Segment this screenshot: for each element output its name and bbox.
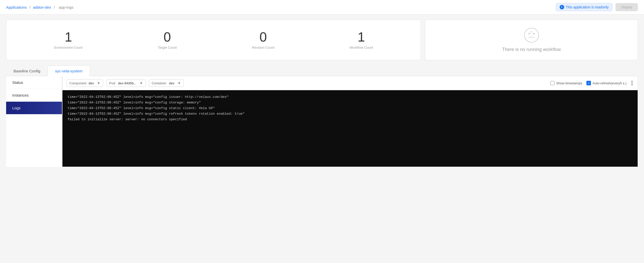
svg-point-2 (533, 33, 535, 34)
pod-label: Pod: (109, 81, 116, 85)
component-dropdown[interactable]: Component dex ▼ (67, 79, 103, 87)
sidebar: Status Instances Logs (6, 76, 62, 167)
auto-refresh-checkbox[interactable]: ✓ (586, 81, 591, 85)
show-timestamps-group[interactable]: Show timestamps (550, 81, 582, 85)
stat-target: 0 Target Count (158, 30, 177, 49)
breadcrumb-app-logs: app-logs (59, 5, 74, 9)
sidebar-item-instances[interactable]: Instances (6, 89, 62, 102)
terminal-line-2: time="2022-04-13T02:08:45Z" level=info m… (68, 106, 633, 111)
readonly-text: This application is readonly (566, 5, 609, 9)
stat-target-value: 0 (158, 30, 177, 44)
terminal-line-1: time="2022-04-13T02:08:45Z" level=info m… (68, 100, 633, 106)
terminal-line-0: time="2022-04-13T02:08:45Z" level=info m… (68, 94, 633, 100)
show-timestamps-label: Show timestamps (556, 81, 582, 85)
pod-dropdown[interactable]: Pod: dex-84d5b... ▼ (106, 79, 146, 87)
component-label: Component (69, 81, 86, 85)
stat-revision-label: Revision Count (252, 46, 274, 49)
sidebar-item-status[interactable]: Status (6, 76, 62, 89)
breadcrumb-sep-1: / (29, 5, 31, 9)
workflow-card: There is no running workflow (425, 20, 638, 60)
terminal-line-4: failed to initialize server: server: no … (68, 117, 633, 122)
header-right: i This application is readonly Deploy (556, 3, 638, 11)
stat-workflow-value: 1 (350, 30, 373, 44)
main: 1 Environment Count 0 Target Count 0 Rev… (0, 15, 644, 172)
info-icon: i (560, 5, 564, 9)
stat-environment-value: 1 (54, 30, 82, 44)
component-value: dex (88, 81, 94, 85)
stat-revision-value: 0 (252, 30, 274, 44)
container-arrow-icon: ▼ (177, 81, 181, 85)
deploy-button[interactable]: Deploy (615, 3, 638, 11)
stat-workflow-label: Workflow Count (350, 46, 373, 49)
stat-revision: 0 Revision Count (252, 30, 274, 49)
component-arrow-icon: ▼ (97, 81, 100, 85)
stats-card: 1 Environment Count 0 Target Count 0 Rev… (6, 20, 421, 60)
show-timestamps-checkbox[interactable] (550, 81, 555, 85)
container-dropdown[interactable]: Container: dex ▼ (149, 79, 184, 87)
container-label: Container: (152, 81, 167, 85)
breadcrumb-applications[interactable]: Applications (6, 5, 27, 9)
pod-arrow-icon: ▼ (139, 81, 143, 85)
breadcrumb: Applications / addon-dex / app-logs (6, 5, 75, 9)
auto-refresh-label: Auto-refresh(every5 s.) (593, 81, 626, 85)
container-value: dex (169, 81, 174, 85)
pod-value: dex-84d5b... (118, 81, 136, 85)
content-area: Status Instances Logs Component dex ▼ Po… (6, 76, 638, 167)
tabs-bar: Baseline Config syc-vela-system (6, 65, 638, 76)
stat-target-label: Target Count (158, 46, 177, 49)
terminal-line-3: time="2022-04-13T02:08:45Z" level=info m… (68, 111, 633, 117)
header: Applications / addon-dex / app-logs i Th… (0, 0, 644, 15)
tab-baseline[interactable]: Baseline Config (6, 65, 48, 76)
breadcrumb-sep-2: / (54, 5, 56, 9)
logs-toolbar: Component dex ▼ Pod: dex-84d5b... ▼ Cont… (62, 76, 638, 90)
stat-environment-label: Environment Count (54, 46, 82, 49)
logs-options: Show timestamps ✓ Auto-refresh(every5 s.… (550, 80, 634, 86)
stat-environment: 1 Environment Count (54, 30, 82, 49)
sidebar-item-logs[interactable]: Logs (6, 102, 62, 114)
readonly-badge: i This application is readonly (556, 3, 613, 11)
auto-refresh-group[interactable]: ✓ Auto-refresh(every5 s.) (586, 81, 626, 85)
stats-row: 1 Environment Count 0 Target Count 0 Rev… (6, 20, 638, 60)
svg-point-0 (524, 28, 539, 42)
terminal: time="2022-04-13T02:08:45Z" level=info m… (62, 90, 638, 167)
logs-panel: Component dex ▼ Pod: dex-84d5b... ▼ Cont… (62, 76, 638, 167)
tab-syc-vela[interactable]: syc-vela-system (48, 65, 90, 76)
more-options-icon[interactable] (630, 80, 634, 86)
breadcrumb-addon-dex[interactable]: addon-dex (33, 5, 51, 9)
stat-workflow: 1 Workflow Count (350, 30, 373, 49)
empty-workflow-icon (524, 28, 539, 43)
svg-point-1 (529, 33, 530, 34)
workflow-empty-text: There is no running workflow (502, 47, 561, 52)
